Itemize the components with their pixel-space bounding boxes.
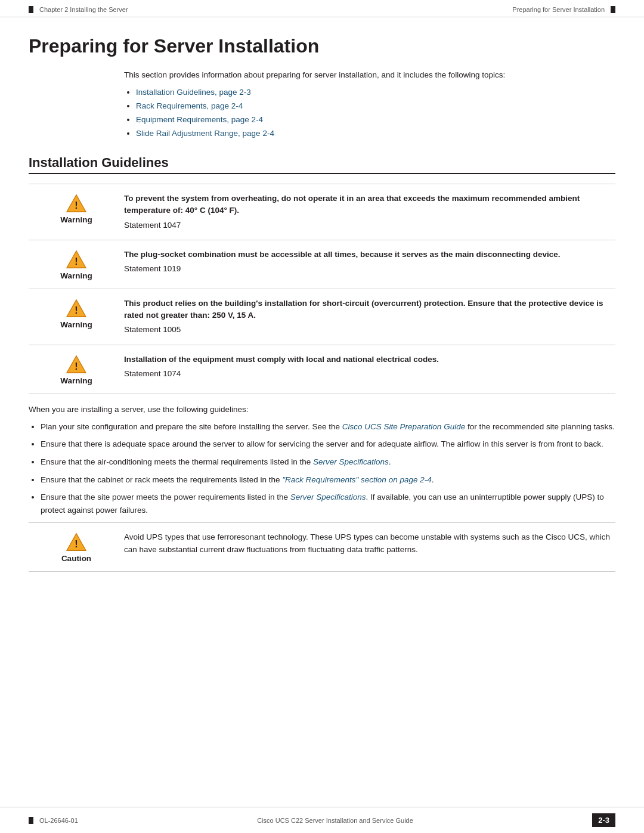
warning-statement-3: Statement 1005	[124, 324, 615, 336]
toc-link-1[interactable]: Installation Guidelines, page 2-3	[136, 88, 251, 97]
warning-icon-col-3: ! Warning	[29, 298, 124, 329]
caution-text: Avoid UPS types that use ferroresonant t…	[124, 531, 615, 556]
warning-text-2: The plug-socket combination must be acce…	[124, 249, 615, 275]
warning-statement-2: Statement 1019	[124, 263, 615, 275]
guideline-text-3a: Ensure that the air-conditioning meets t…	[41, 457, 313, 466]
caution-body: Avoid UPS types that use ferroresonant t…	[124, 532, 610, 553]
warning-label-1: Warning	[60, 215, 92, 224]
footer-doc-number: OL-26646-01	[39, 817, 78, 824]
toc-link-3[interactable]: Equipment Requirements, page 2-4	[136, 115, 263, 124]
svg-text:!: !	[75, 200, 78, 210]
warning-triangle-icon-4: !	[66, 355, 87, 374]
guideline-text-1b: for the recommended site planning tasks.	[465, 422, 615, 431]
warning-sections: ! Warning To prevent the system from ove…	[29, 184, 615, 394]
warning-bold-3: This product relies on the building's in…	[124, 299, 603, 320]
guideline-text-1a: Plan your site configuration and prepare…	[41, 422, 342, 431]
header-bar-left-icon	[29, 6, 33, 13]
guideline-text-4a: Ensure that the cabinet or rack meets th…	[41, 475, 282, 484]
top-header: Chapter 2 Installing the Server Preparin…	[0, 0, 644, 17]
caution-block: ! Caution Avoid UPS types that use ferro…	[29, 522, 615, 572]
guideline-text-4b: .	[432, 475, 434, 484]
warning-bold-4: Installation of the equipment must compl…	[124, 355, 439, 364]
warning-triangle-icon-3: !	[66, 299, 87, 318]
footer-bar-icon	[29, 817, 33, 824]
warning-icon-col-2: ! Warning	[29, 249, 124, 280]
toc-item-1: Installation Guidelines, page 2-3	[136, 86, 615, 100]
toc-item-2: Rack Requirements, page 2-4	[136, 100, 615, 113]
warning-statement-1: Statement 1047	[124, 219, 615, 231]
guideline-link-4[interactable]: "Rack Requirements" section on page 2-4	[282, 475, 431, 484]
chapter-label: Chapter 2 Installing the Server	[39, 6, 128, 13]
guideline-item-2: Ensure that there is adequate space arou…	[41, 438, 615, 451]
guideline-item-3: Ensure that the air-conditioning meets t…	[41, 456, 615, 469]
page-container: Chapter 2 Installing the Server Preparin…	[0, 0, 644, 833]
footer-page-number: 2-3	[592, 813, 615, 827]
toc-item-4: Slide Rail Adjustment Range, page 2-4	[136, 127, 615, 141]
footer-left: OL-26646-01	[29, 817, 78, 824]
toc-item-3: Equipment Requirements, page 2-4	[136, 113, 615, 127]
guideline-text-3b: .	[389, 457, 391, 466]
svg-text:!: !	[75, 256, 78, 267]
svg-text:!: !	[75, 305, 78, 315]
warning-text-3: This product relies on the building's in…	[124, 298, 615, 336]
warning-block-1: ! Warning To prevent the system from ove…	[29, 184, 615, 240]
warning-icon-col-4: ! Warning	[29, 354, 124, 385]
caution-label: Caution	[61, 554, 91, 563]
warning-block-4: ! Warning Installation of the equipment …	[29, 345, 615, 394]
warning-label-2: Warning	[60, 271, 92, 280]
warning-label-3: Warning	[60, 320, 92, 329]
warning-icon-col-1: ! Warning	[29, 193, 124, 224]
warning-block-2: ! Warning The plug-socket combination mu…	[29, 240, 615, 289]
svg-text:!: !	[75, 361, 78, 371]
warning-label-4: Warning	[60, 376, 92, 385]
guideline-link-1[interactable]: Cisco UCS Site Preparation Guide	[342, 422, 465, 431]
warning-triangle-icon-1: !	[66, 194, 87, 213]
footer-guide-title: Cisco UCS C22 Server Installation and Se…	[257, 817, 413, 824]
header-right-label: Preparing for Server Installation	[512, 6, 605, 13]
header-left: Chapter 2 Installing the Server	[29, 6, 128, 13]
header-bar-right-icon	[611, 6, 615, 13]
guideline-text-5a: Ensure that the site power meets the pow…	[41, 493, 290, 501]
header-right: Preparing for Server Installation	[512, 6, 615, 13]
page-title: Preparing for Server Installation	[29, 35, 615, 57]
warning-bold-2: The plug-socket combination must be acce…	[124, 250, 561, 259]
warning-triangle-icon-2: !	[66, 250, 87, 269]
svg-text:!: !	[75, 539, 78, 549]
main-content: Preparing for Server Installation This s…	[0, 17, 644, 608]
guideline-link-5[interactable]: Server Specifications	[290, 493, 366, 501]
section-heading: Installation Guidelines	[29, 155, 615, 174]
caution-icon-col: ! Caution	[29, 531, 124, 563]
guidelines-list: Plan your site configuration and prepare…	[41, 420, 615, 517]
toc-link-4[interactable]: Slide Rail Adjustment Range, page 2-4	[136, 129, 274, 138]
guidelines-intro: When you are installing a server, use th…	[29, 404, 615, 416]
guideline-item-1: Plan your site configuration and prepare…	[41, 420, 615, 433]
guideline-item-5: Ensure that the site power meets the pow…	[41, 491, 615, 516]
toc-link-2[interactable]: Rack Requirements, page 2-4	[136, 101, 243, 110]
warning-bold-1: To prevent the system from overheating, …	[124, 194, 580, 215]
warning-block-3: ! Warning This product relies on the bui…	[29, 289, 615, 345]
guideline-item-4: Ensure that the cabinet or rack meets th…	[41, 473, 615, 487]
page-footer: OL-26646-01 Cisco UCS C22 Server Install…	[0, 807, 644, 833]
guideline-text-2: Ensure that there is adequate space arou…	[41, 439, 603, 448]
warning-text-1: To prevent the system from overheating, …	[124, 193, 615, 231]
toc-list: Installation Guidelines, page 2-3 Rack R…	[136, 86, 615, 141]
warning-statement-4: Statement 1074	[124, 368, 615, 380]
caution-triangle-icon: !	[66, 532, 87, 552]
intro-text: This section provides information about …	[124, 69, 615, 81]
footer-center: Cisco UCS C22 Server Installation and Se…	[257, 817, 413, 824]
guideline-link-3[interactable]: Server Specifications	[313, 457, 389, 466]
warning-text-4: Installation of the equipment must compl…	[124, 354, 615, 380]
